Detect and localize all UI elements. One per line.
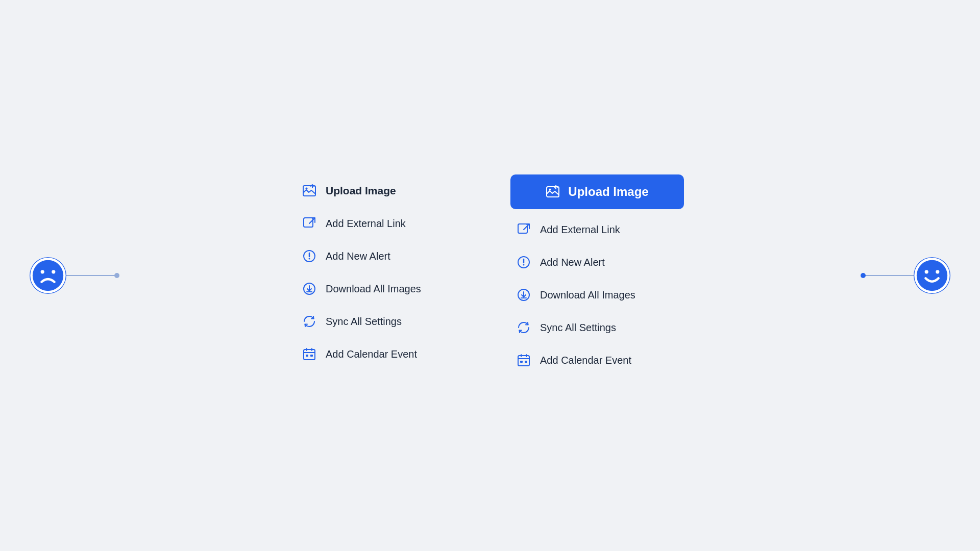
right-sync-all-settings-label: Sync All Settings bbox=[540, 322, 616, 334]
sad-face-icon bbox=[30, 257, 66, 294]
svg-point-21 bbox=[916, 259, 949, 292]
left-add-external-link-item[interactable]: Add External Link bbox=[296, 207, 470, 240]
right-add-calendar-event-label: Add Calendar Event bbox=[540, 355, 631, 366]
alert-icon-right bbox=[517, 255, 531, 269]
happy-face-icon bbox=[914, 257, 950, 294]
right-add-calendar-event-item[interactable]: Add Calendar Event bbox=[510, 344, 684, 377]
right-add-external-link-label: Add External Link bbox=[540, 224, 620, 236]
svg-rect-14 bbox=[518, 224, 527, 233]
left-upload-image-item[interactable]: Upload Image bbox=[296, 174, 470, 207]
right-add-new-alert-label: Add New Alert bbox=[540, 257, 605, 268]
right-connector-line bbox=[863, 275, 914, 276]
image-upload-icon bbox=[302, 184, 316, 198]
external-link-icon-right bbox=[517, 222, 531, 237]
svg-point-4 bbox=[306, 188, 308, 190]
right-download-all-images-item[interactable]: Download All Images bbox=[510, 279, 684, 311]
svg-rect-10 bbox=[306, 355, 308, 357]
calendar-icon-right bbox=[517, 353, 531, 367]
svg-point-22 bbox=[925, 270, 928, 273]
sync-icon-right bbox=[517, 320, 531, 335]
right-connector bbox=[863, 257, 950, 294]
panels-container: Upload Image Add External Link bbox=[296, 174, 684, 377]
right-download-all-images-label: Download All Images bbox=[540, 289, 635, 301]
left-panel: Upload Image Add External Link bbox=[296, 174, 470, 370]
calendar-icon-left bbox=[302, 347, 316, 361]
left-download-all-images-label: Download All Images bbox=[326, 283, 421, 295]
svg-point-13 bbox=[549, 189, 551, 191]
svg-rect-11 bbox=[310, 355, 313, 357]
alert-icon-left bbox=[302, 249, 316, 263]
left-connector-line bbox=[66, 275, 117, 276]
left-sync-all-settings-item[interactable]: Sync All Settings bbox=[296, 305, 470, 338]
svg-rect-18 bbox=[518, 356, 529, 366]
page-container: Upload Image Add External Link bbox=[0, 0, 980, 551]
svg-point-7 bbox=[309, 258, 310, 260]
right-add-external-link-item[interactable]: Add External Link bbox=[510, 213, 684, 246]
left-add-new-alert-label: Add New Alert bbox=[326, 251, 390, 262]
image-upload-icon-right bbox=[546, 185, 560, 199]
download-circle-icon-left bbox=[302, 282, 316, 296]
left-sync-all-settings-label: Sync All Settings bbox=[326, 316, 402, 328]
svg-point-1 bbox=[41, 270, 44, 273]
left-add-new-alert-item[interactable]: Add New Alert bbox=[296, 240, 470, 272]
right-panel: Upload Image Add External Link bbox=[510, 174, 684, 377]
left-connector bbox=[30, 257, 117, 294]
right-sync-all-settings-item[interactable]: Sync All Settings bbox=[510, 311, 684, 344]
svg-rect-20 bbox=[525, 361, 527, 363]
sync-icon-left bbox=[302, 314, 316, 329]
download-circle-icon-right bbox=[517, 288, 531, 302]
svg-rect-5 bbox=[304, 218, 313, 227]
left-upload-image-label: Upload Image bbox=[326, 185, 396, 197]
svg-point-16 bbox=[523, 264, 525, 266]
right-upload-image-button[interactable]: Upload Image bbox=[510, 174, 684, 209]
external-link-icon-left bbox=[302, 216, 316, 231]
svg-rect-9 bbox=[304, 349, 315, 360]
svg-point-0 bbox=[32, 259, 65, 292]
sad-face-circle bbox=[30, 257, 66, 294]
left-add-external-link-label: Add External Link bbox=[326, 218, 406, 230]
svg-rect-19 bbox=[520, 361, 523, 363]
svg-point-2 bbox=[52, 270, 55, 273]
right-upload-image-label: Upload Image bbox=[568, 185, 648, 199]
svg-point-23 bbox=[936, 270, 939, 273]
left-add-calendar-event-label: Add Calendar Event bbox=[326, 348, 417, 360]
left-download-all-images-item[interactable]: Download All Images bbox=[296, 272, 470, 305]
left-add-calendar-event-item[interactable]: Add Calendar Event bbox=[296, 338, 470, 370]
happy-face-circle bbox=[914, 257, 950, 294]
right-add-new-alert-item[interactable]: Add New Alert bbox=[510, 246, 684, 279]
